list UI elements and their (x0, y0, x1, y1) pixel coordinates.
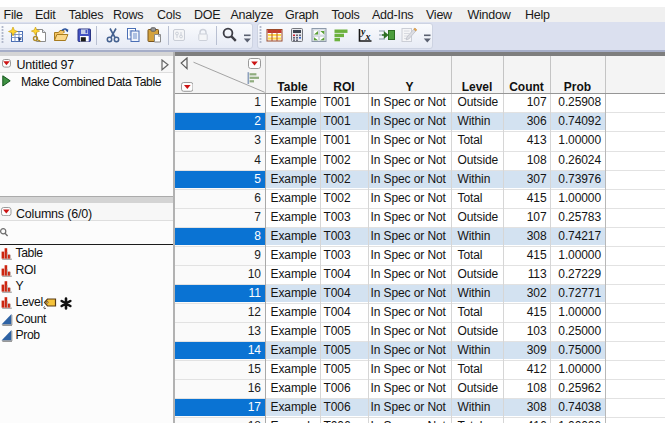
svg-text:x: x (364, 31, 370, 42)
